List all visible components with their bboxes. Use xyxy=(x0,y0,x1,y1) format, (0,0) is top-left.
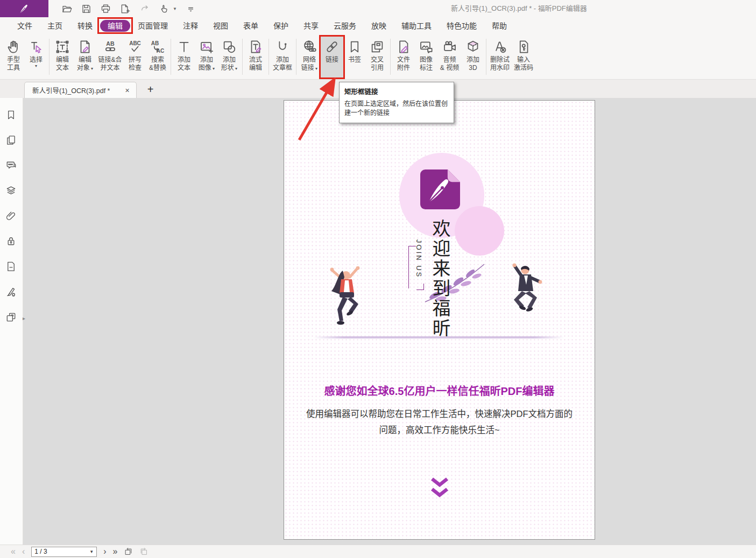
foxit-logo-tile xyxy=(420,169,460,209)
panel-expand-handle[interactable]: ▸ xyxy=(23,315,25,321)
ribbon-button-link-merge-text[interactable]: AB链接&合并文本 xyxy=(96,36,124,79)
image-callout-icon xyxy=(418,39,434,55)
ribbon-button-select-tool[interactable]: 选择▾ xyxy=(25,36,47,79)
article-box-icon xyxy=(274,39,291,55)
search-replace-icon: ABAC xyxy=(150,39,166,55)
ribbon-button-cross-reference[interactable]: 交叉引用 xyxy=(366,36,388,79)
security-panel-icon[interactable] xyxy=(5,235,18,248)
next-view-button[interactable] xyxy=(139,547,149,556)
menu-tab-form[interactable]: 表单 xyxy=(236,20,266,32)
pages-panel-icon[interactable] xyxy=(5,134,18,147)
ribbon-button-file-attachment[interactable]: 文件附件 xyxy=(392,36,415,79)
ribbon-group-separator xyxy=(269,39,269,75)
title-bar: ▼ 新人引导(1)_OCR(3).pdf * - 福昕PDF编辑器 xyxy=(0,0,756,18)
attachments-panel-icon[interactable] xyxy=(5,210,18,223)
ribbon-button-audio-video[interactable]: 音频& 视频 xyxy=(437,36,462,79)
ribbon-button-web-link[interactable]: 网络链接 ▾ xyxy=(298,36,321,79)
crossref-icon xyxy=(369,39,385,55)
ribbon-button-remove-trial-watermark[interactable]: 删除试用水印 xyxy=(488,36,512,79)
menu-tab-home[interactable]: 主页 xyxy=(40,20,70,32)
bookmarks-panel-icon[interactable] xyxy=(5,109,18,122)
ribbon-button-add-shape[interactable]: 添加形状 ▾ xyxy=(218,36,241,79)
ribbon-button-label: 添加文章框 xyxy=(273,56,292,72)
ribbon-button-add-text[interactable]: 添加文本 xyxy=(173,36,195,79)
menu-tab-protect[interactable]: 保护 xyxy=(266,20,296,32)
hand-mode-icon[interactable] xyxy=(158,3,169,15)
last-page-button[interactable]: » xyxy=(113,547,118,556)
tooltip-title: 矩形框链接 xyxy=(344,86,449,96)
menu-tab-page-manage[interactable]: 页面管理 xyxy=(130,20,175,32)
first-page-button[interactable]: « xyxy=(11,547,16,556)
layers-panel-icon[interactable] xyxy=(5,185,18,197)
add-shape-icon xyxy=(221,39,237,55)
svg-text:ABC: ABC xyxy=(129,40,141,46)
next-page-button[interactable]: › xyxy=(103,547,106,556)
doc-paragraph-line2: 问题，高效工作方能快乐生活~ xyxy=(284,422,595,438)
ribbon-button-spell-check[interactable]: ABC拼写检查 xyxy=(124,36,146,79)
ribbon-button-label: 添加文本 xyxy=(178,56,190,72)
hand-mode-icon-caret[interactable]: ▼ xyxy=(173,6,177,11)
menu-tab-convert[interactable]: 转换 xyxy=(70,20,100,32)
open-file-icon[interactable] xyxy=(61,3,73,15)
av-icon xyxy=(442,39,458,55)
ribbon-button-image-annotation[interactable]: 图像标注 xyxy=(415,36,437,79)
menu-tab-share[interactable]: 共享 xyxy=(296,20,326,32)
link-merge-icon: AB xyxy=(102,39,118,55)
ribbon-button-flow-edit[interactable]: 流式编辑 xyxy=(244,36,267,79)
flow-edit-icon xyxy=(248,39,264,55)
ribbon-button-search-replace[interactable]: ABAC搜索&替换 xyxy=(146,36,169,79)
ribbon-button-hand-tool[interactable]: 手型工具 xyxy=(2,36,25,79)
ribbon-group-separator xyxy=(49,39,50,75)
menu-tab-file[interactable]: 文件 xyxy=(10,20,40,32)
new-page-icon[interactable] xyxy=(119,3,131,15)
remove-watermark-icon xyxy=(492,39,508,55)
ribbon-button-add-image[interactable]: 添加图像 ▾ xyxy=(195,36,218,79)
menu-tab-help[interactable]: 帮助 xyxy=(484,20,514,32)
menu-tab-accessibility-tools[interactable]: 辅助工具 xyxy=(394,20,439,32)
doc-paragraph-line1: 使用编辑器可以帮助您在日常工作生活中，快速解决PDF文档方面的 xyxy=(284,406,595,422)
menu-tab-present[interactable]: 放映 xyxy=(364,20,394,32)
tab-close-icon[interactable]: × xyxy=(125,87,129,94)
ribbon-group-separator xyxy=(171,39,171,75)
ribbon-button-label: 交叉引用 xyxy=(371,56,384,72)
link-tooltip: 矩形框链接 在页面上选定区域，然后在该位置创建一个新的链接 xyxy=(339,82,454,123)
ribbon-button-add-article-box[interactable]: 添加文章框 xyxy=(271,36,294,79)
ribbon-button-bookmark[interactable]: 书签 xyxy=(343,36,366,79)
ribbon-button-label: 网络链接 ▾ xyxy=(301,56,317,72)
quick-access-toolbar: ▼ xyxy=(61,3,196,15)
menu-tab-comment[interactable]: 注释 xyxy=(175,20,206,32)
add-text-icon xyxy=(176,39,192,55)
ribbon-group-separator xyxy=(296,39,296,75)
ribbon-button-label: 搜索&替换 xyxy=(149,56,166,72)
save-icon[interactable] xyxy=(81,3,92,15)
menu-tab-special-features[interactable]: 特色功能 xyxy=(439,20,484,32)
decor-circle-small xyxy=(455,206,504,256)
previous-view-button[interactable] xyxy=(124,547,133,556)
page-number-dropdown[interactable]: 1 / 3 ▼ xyxy=(31,547,97,557)
menu-tab-view[interactable]: 视图 xyxy=(206,20,236,32)
menu-tab-cloud-service[interactable]: 云服务 xyxy=(326,20,364,32)
print-icon[interactable] xyxy=(100,3,111,15)
svg-text:AB: AB xyxy=(106,40,115,47)
destinations-panel-icon[interactable] xyxy=(5,260,18,273)
main-area: ▸ 欢迎来到福昕 JOIN US xyxy=(0,98,756,545)
comments-panel-icon[interactable] xyxy=(5,159,18,172)
signatures-panel-icon[interactable] xyxy=(5,286,18,299)
select-icon xyxy=(28,39,44,55)
related-files-panel-icon[interactable] xyxy=(5,311,18,324)
customize-quick-access-icon[interactable] xyxy=(185,3,196,15)
jumping-man-illustration xyxy=(497,262,549,333)
ribbon-button-enter-activation-code[interactable]: 输入激活码 xyxy=(512,36,535,79)
ribbon-button-edit-object[interactable]: 编辑对象 ▾ xyxy=(74,36,96,79)
new-tab-button[interactable]: + xyxy=(147,83,154,96)
page-indicator: 1 / 3 xyxy=(34,548,47,555)
pdf-page: 欢迎来到福昕 JOIN US xyxy=(284,100,595,540)
previous-page-button[interactable]: ‹ xyxy=(22,547,25,556)
ribbon-button-edit-text[interactable]: 编辑文本 xyxy=(51,36,74,79)
ribbon-button-add-3d[interactable]: 添加3D xyxy=(462,36,484,79)
redo-icon[interactable] xyxy=(139,3,150,15)
ribbon-button-label: 链接&合并文本 xyxy=(98,56,122,72)
ribbon-button-link[interactable]: 链接 xyxy=(321,36,343,79)
menu-tab-edit[interactable]: 编辑 xyxy=(100,20,130,32)
document-tab[interactable]: 新人引导(1)_OCR(3).pdf * × xyxy=(24,82,137,98)
